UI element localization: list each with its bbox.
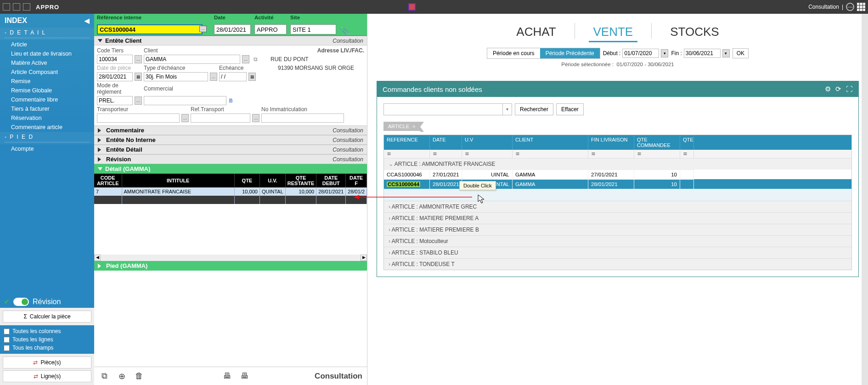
gcol-date[interactable]: DATE — [430, 135, 462, 150]
echeance-cal-icon[interactable]: ▦ — [248, 73, 256, 81]
debut-dd-icon[interactable]: ▾ — [661, 49, 668, 57]
chk-all-columns[interactable]: Toutes les colonnes — [4, 327, 90, 335]
period-fin-input[interactable] — [684, 49, 721, 58]
titlebar-icon-2[interactable] — [13, 3, 20, 11]
section-revision[interactable]: RévisionConsultation — [94, 154, 367, 164]
section-entete-client[interactable]: Entête Client Consultation — [94, 36, 367, 45]
group-row[interactable]: ARTICLE : MATIERE PREMIERE A — [384, 212, 851, 224]
print-settings-icon[interactable]: 🖶 — [239, 371, 250, 382]
fin-dd-icon[interactable]: ▾ — [722, 49, 730, 57]
col-code-article[interactable]: CODE ARTICLE — [94, 174, 122, 187]
activite-input[interactable] — [254, 24, 287, 34]
section-entete-detail[interactable]: Entête DétailConsultation — [94, 145, 367, 154]
date-piece-input[interactable] — [97, 72, 133, 81]
group-row[interactable]: ARTICLE : MATIERE PREMIERE B — [384, 224, 851, 235]
type-echeance-input[interactable] — [144, 72, 208, 81]
delete-icon[interactable]: 🗑 — [134, 371, 145, 382]
gcol-reference[interactable]: REFERENCE — [384, 135, 430, 150]
sidebar-item-lieu-livraison[interactable]: Lieu et date de livraison — [0, 49, 94, 58]
transporteur-picker-icon[interactable]: … — [181, 114, 189, 122]
sidebar-item-commentaire-libre[interactable]: Commentaire libre — [0, 95, 94, 104]
revision-toggle[interactable] — [13, 298, 29, 306]
commercial-card-icon[interactable]: 🗎 — [228, 97, 237, 104]
table-row-empty[interactable] — [94, 196, 367, 204]
minimize-icon[interactable]: — — [846, 3, 854, 11]
group-row[interactable]: ARTICLE : AMMONITRATE GREC — [384, 201, 851, 212]
no-immat-input[interactable] — [261, 113, 344, 123]
search-input[interactable] — [384, 104, 502, 115]
period-ok-button[interactable]: OK — [733, 48, 749, 58]
sidebar-item-tiers-facturer[interactable]: Tiers à facturer — [0, 104, 94, 113]
pied-header[interactable]: Pied (GAMMA) — [94, 261, 367, 271]
tab-achat[interactable]: ACHAT — [512, 23, 560, 42]
pieces-button[interactable]: ⇄Pièce(s) — [3, 357, 91, 368]
titlebar-icon-3[interactable] — [23, 3, 30, 11]
ref-picker-icon[interactable]: … — [199, 26, 207, 32]
col-uv[interactable]: U.V. — [259, 174, 285, 187]
grid-filter-row[interactable]: 〓〓〓〓〓〓〓 — [384, 150, 851, 158]
mode-reglement-picker-icon[interactable]: … — [135, 96, 142, 105]
detail-hscroll[interactable]: ◀▶ — [94, 255, 367, 261]
group-row[interactable]: ARTICLE : TONDEUSE T — [384, 258, 851, 270]
site-input[interactable] — [290, 24, 336, 34]
transporteur-input[interactable] — [97, 113, 180, 123]
tab-stocks[interactable]: STOCKS — [665, 23, 723, 42]
gcol-qte-commandee[interactable]: QTE COMMANDEE — [634, 135, 680, 150]
col-qte-restante[interactable]: QTE RESTANTE — [285, 174, 316, 187]
group-row[interactable]: ARTICLE : AMMONITRATE FRANCAISE — [384, 158, 851, 170]
attachment-icon[interactable]: 📎 — [338, 14, 352, 35]
section-no-interne[interactable]: Entête No InterneConsultation — [94, 135, 367, 145]
calculate-piece-button[interactable]: Σ Calculer la pièce — [3, 311, 91, 323]
add-icon[interactable]: ⊕ — [116, 371, 127, 382]
sidebar-item-remise[interactable]: Remise — [0, 77, 94, 86]
gcol-uv[interactable]: U.V — [462, 135, 513, 150]
sidebar-item-reservation[interactable]: Réservation — [0, 113, 94, 123]
sidebar-item-acompte[interactable]: Acompte — [0, 144, 94, 153]
col-qte[interactable]: QTE — [234, 174, 259, 187]
sidebar-item-article-composant[interactable]: Article Composant — [0, 68, 94, 77]
date-piece-cal-icon[interactable]: ▦ — [135, 73, 142, 81]
lignes-button[interactable]: ⇄Ligne(s) — [3, 370, 91, 382]
table-row-selected[interactable]: CCS1000044 28/01/2021 QUINTAL GAMMA 28/0… — [384, 179, 851, 189]
section-commentaire[interactable]: CommentaireConsultation — [94, 125, 367, 135]
col-intitule[interactable]: INTITULE — [122, 174, 234, 187]
sidebar-item-remise-globale[interactable]: Remise Globale — [0, 86, 94, 95]
commercial-input[interactable] — [144, 96, 226, 105]
pill-close-icon[interactable]: ✕ — [412, 124, 416, 129]
group-row[interactable]: ARTICLE : Motoculteur — [384, 235, 851, 247]
search-combo[interactable]: ▾ — [383, 103, 512, 115]
client-input[interactable] — [144, 55, 240, 64]
ref-transport-picker-icon[interactable]: … — [252, 114, 259, 122]
sidebar-item-matiere-active[interactable]: Matière Active — [0, 58, 94, 68]
period-debut-input[interactable] — [622, 49, 659, 58]
period-previous-button[interactable]: Période Précédente — [540, 48, 600, 58]
echeance-input[interactable] — [219, 72, 247, 81]
date-input[interactable] — [214, 24, 251, 34]
widget-expand-icon[interactable]: ⛶ — [846, 85, 853, 93]
period-current-button[interactable]: Période en cours — [487, 48, 540, 58]
ref-transport-input[interactable] — [191, 113, 250, 123]
widget-settings-icon[interactable]: ⚙ — [825, 85, 831, 93]
widget-refresh-icon[interactable]: ⟳ — [835, 85, 841, 93]
copy-icon[interactable]: ⧉ — [99, 371, 110, 382]
clear-button[interactable]: Effacer — [556, 103, 584, 115]
search-button[interactable]: Rechercher — [515, 103, 553, 115]
apps-grid-icon[interactable] — [857, 3, 865, 11]
print-icon[interactable]: 🖶 — [222, 371, 233, 382]
sidebar-item-article[interactable]: Article — [0, 40, 94, 49]
sidebar-item-commentaire-article[interactable]: Commentaire article — [0, 123, 94, 132]
mode-reglement-input[interactable] — [97, 96, 133, 105]
code-tiers-picker-icon[interactable]: … — [135, 55, 142, 63]
group-row[interactable]: ARTICLE : STABILO BLEU — [384, 247, 851, 258]
gcol-fin-livraison[interactable]: FIN LIVRAISON — [588, 135, 634, 150]
col-date-fin[interactable]: DATE F — [346, 174, 367, 187]
chk-all-rows[interactable]: Toutes les lignes — [4, 335, 90, 344]
detail-header[interactable]: Détail (GAMMA) — [94, 164, 367, 174]
col-date-debut[interactable]: DATE DEBUT — [316, 174, 346, 187]
sidebar-collapse-icon[interactable]: ◀ — [85, 17, 90, 24]
group-pill-article[interactable]: ARTICLE✕ — [383, 122, 420, 131]
search-dd-icon[interactable]: ▾ — [502, 104, 512, 115]
chk-all-fields[interactable]: Tous les champs — [4, 344, 90, 352]
code-tiers-input[interactable] — [97, 55, 133, 64]
type-echeance-picker-icon[interactable]: … — [210, 73, 217, 81]
